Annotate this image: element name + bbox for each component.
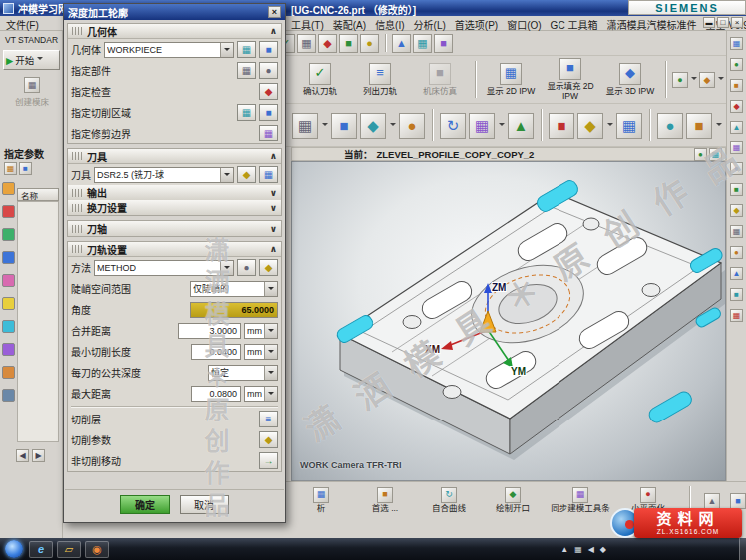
tray-up-icon[interactable]: ▲ bbox=[560, 545, 568, 554]
display-part-button[interactable] bbox=[259, 62, 278, 79]
merge-distance-field[interactable]: 3.0000 bbox=[178, 323, 241, 339]
resource-icon-9[interactable] bbox=[2, 366, 15, 379]
tree-header[interactable]: 名称 bbox=[17, 188, 59, 201]
group-path-settings-header[interactable]: 刀轨设置 ∧ bbox=[68, 242, 281, 257]
view-icon-11[interactable] bbox=[657, 113, 683, 139]
status-icon-2[interactable] bbox=[709, 148, 722, 161]
resource-icon-7[interactable] bbox=[2, 320, 15, 333]
show-filled-2d-ipw-button[interactable]: 显示填充 2D IPW bbox=[542, 58, 599, 102]
merge-distance-unit[interactable]: mm bbox=[244, 323, 278, 339]
menu-file[interactable]: 文件(F) bbox=[6, 17, 39, 32]
view-icon-8[interactable] bbox=[549, 113, 574, 139]
right-icon-9[interactable] bbox=[730, 204, 743, 217]
menu-info[interactable]: 信息(I) bbox=[375, 17, 404, 32]
machine-sim-button[interactable]: 机床仿真 bbox=[411, 63, 469, 97]
resource-icon-6[interactable] bbox=[2, 297, 15, 310]
menu-analysis[interactable]: 分析(L) bbox=[414, 17, 446, 32]
menu-preferences[interactable]: 首选项(P) bbox=[455, 17, 498, 32]
bottom-item-draw-opening[interactable]: 绘制开口 bbox=[486, 487, 540, 513]
edit-tool-button[interactable] bbox=[237, 166, 256, 183]
edit-method-button[interactable] bbox=[237, 259, 256, 276]
dialog-titlebar[interactable]: 深度加工轮廓 × bbox=[64, 4, 285, 20]
view-icon-4[interactable] bbox=[399, 113, 425, 139]
verify-toolpath-button[interactable]: 确认刀轨 bbox=[291, 63, 349, 97]
specify-cut-area-button[interactable] bbox=[237, 104, 256, 121]
resource-icon-10[interactable] bbox=[2, 389, 15, 402]
group-tool-axis-header[interactable]: 刀轴 ∨ bbox=[68, 221, 281, 236]
status-icon-1[interactable] bbox=[694, 148, 707, 161]
minimize-icon[interactable] bbox=[703, 17, 715, 28]
common-depth-combo[interactable]: 恒定 bbox=[208, 365, 278, 381]
menu-mold-standard[interactable]: 潇洒模具汽模标准件 bbox=[606, 17, 696, 32]
vt-standard-label[interactable]: VT STANDAR bbox=[5, 35, 58, 45]
view-icon-6[interactable] bbox=[469, 113, 495, 139]
create-mold-button[interactable]: 创建模床 bbox=[6, 77, 58, 107]
show-3d-ipw-button[interactable]: 显示 3D IPW bbox=[601, 63, 659, 97]
toolbar2-extra-icon-1[interactable] bbox=[672, 72, 688, 88]
geometry-combo[interactable]: WORKPIECE bbox=[104, 42, 234, 58]
right-icon-14[interactable] bbox=[730, 309, 743, 322]
steep-range-combo[interactable]: 仅陡峭的 bbox=[190, 281, 278, 297]
menu-gc-toolbox[interactable]: GC 工具箱 bbox=[551, 17, 598, 32]
right-icon-3[interactable] bbox=[730, 79, 743, 92]
right-icon-7[interactable] bbox=[730, 162, 743, 175]
panel-mini-icon-2[interactable] bbox=[19, 162, 32, 175]
right-icon-12[interactable] bbox=[730, 267, 743, 280]
toolbar-icon-17[interactable] bbox=[434, 34, 453, 53]
resource-icon-5[interactable] bbox=[2, 274, 15, 287]
right-icon-1[interactable] bbox=[730, 37, 743, 50]
dialog-close-button[interactable]: × bbox=[268, 6, 281, 18]
view-icon-2[interactable] bbox=[331, 113, 357, 139]
menu-assembly[interactable]: 装配(A) bbox=[333, 17, 366, 32]
max-distance-unit[interactable]: mm bbox=[244, 386, 278, 402]
menu-window[interactable]: 窗口(O) bbox=[507, 17, 541, 32]
view-icon-9[interactable] bbox=[577, 113, 603, 139]
edit-geometry-button[interactable] bbox=[237, 41, 256, 58]
bottom-item-fit-curve[interactable]: 自合曲线 bbox=[422, 487, 476, 513]
list-toolpath-button[interactable]: 列出刀轨 bbox=[351, 63, 409, 97]
restore-icon[interactable] bbox=[717, 17, 729, 28]
operation-tree[interactable] bbox=[17, 201, 59, 442]
max-distance-field[interactable]: 0.0800 bbox=[191, 386, 241, 402]
close-icon[interactable] bbox=[731, 17, 743, 28]
right-icon-2[interactable] bbox=[730, 58, 743, 71]
start-orb[interactable] bbox=[5, 540, 23, 558]
toolbar-icon-14[interactable] bbox=[360, 34, 379, 53]
bottom-item-sync-modeling[interactable]: 同步建模工具条 bbox=[550, 487, 611, 513]
toolbar-icon-13[interactable] bbox=[339, 34, 358, 53]
ie-taskbar-icon[interactable]: e bbox=[29, 541, 53, 558]
method-combo[interactable]: METHOD bbox=[94, 260, 234, 276]
right-icon-10[interactable] bbox=[730, 225, 743, 238]
explorer-taskbar-icon[interactable]: ▱ bbox=[57, 541, 81, 558]
view-icon-3[interactable] bbox=[360, 113, 386, 139]
toolbar-icon-15[interactable] bbox=[392, 34, 411, 53]
specify-trim-button[interactable] bbox=[259, 125, 278, 141]
tray-flag-icon[interactable]: ◆ bbox=[600, 545, 606, 554]
right-icon-6[interactable] bbox=[730, 141, 743, 154]
new-geometry-button[interactable] bbox=[259, 41, 278, 58]
toolbar-icon-11[interactable] bbox=[297, 34, 316, 53]
tray-network-icon[interactable]: ▦ bbox=[574, 545, 582, 554]
right-icon-13[interactable] bbox=[730, 288, 743, 301]
right-icon-11[interactable] bbox=[730, 246, 743, 259]
show-2d-ipw-button[interactable]: 显示 2D IPW bbox=[482, 63, 540, 97]
view-icon-10[interactable] bbox=[616, 113, 642, 139]
group-geometry-header[interactable]: 几何体 ∧ bbox=[68, 24, 281, 39]
right-icon-4[interactable] bbox=[730, 100, 743, 113]
angle-field[interactable]: 65.0000 bbox=[190, 302, 278, 318]
tool-library-button[interactable] bbox=[259, 166, 278, 183]
start-button[interactable]: 开始 bbox=[3, 50, 60, 70]
panel-mini-icon-1[interactable] bbox=[4, 162, 17, 175]
menu-tools[interactable]: 工具(T) bbox=[291, 17, 324, 32]
specify-check-button[interactable] bbox=[259, 83, 278, 100]
resource-icon-2[interactable] bbox=[2, 205, 15, 218]
view-icon-5[interactable] bbox=[440, 113, 466, 139]
nav-prev-button[interactable]: ◀ bbox=[16, 449, 29, 462]
graphics-viewport[interactable]: ZM XM YM WORK Camera TFR-TRI bbox=[291, 161, 726, 481]
subgroup-tool-change[interactable]: 换刀设置 ∨ bbox=[68, 200, 281, 215]
right-icon-8[interactable] bbox=[730, 183, 743, 196]
tray-volume-icon[interactable]: ◀ bbox=[588, 545, 594, 554]
view-icon-1[interactable] bbox=[292, 113, 318, 139]
display-cut-area-button[interactable] bbox=[259, 104, 278, 121]
view-icon-7[interactable] bbox=[508, 113, 534, 139]
